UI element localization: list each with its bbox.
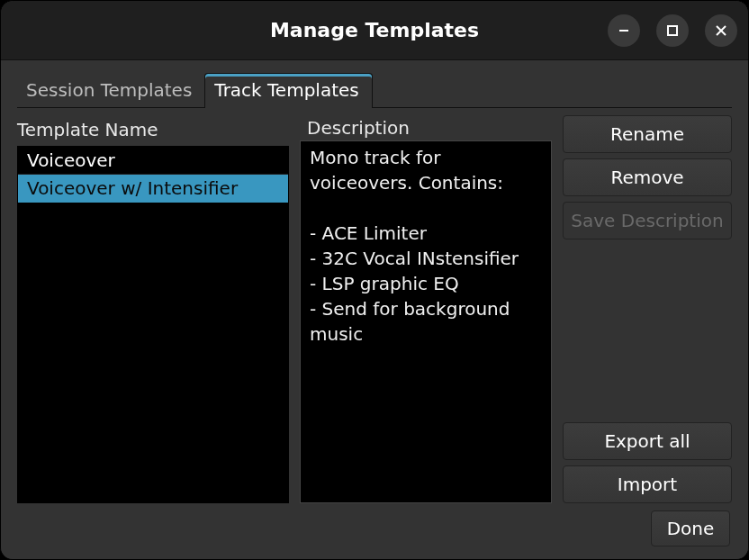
template-name-header: Template Name [17,115,289,146]
import-button[interactable]: Import [563,465,732,503]
maximize-icon [666,24,679,37]
panes: Template Name Voiceover Voiceover w/ Int… [17,108,732,503]
save-description-button: Save Description [563,202,732,239]
template-row-label: Voiceover [27,149,115,171]
titlebar-controls [608,1,737,59]
titlebar: Manage Templates [1,1,748,60]
svg-rect-1 [668,26,677,35]
button-label: Remove [610,167,683,188]
description-label: Description [300,115,552,140]
action-pane: Rename Remove Save Description Export al… [563,115,732,503]
button-label: Rename [610,123,684,145]
template-list-pane: Template Name Voiceover Voiceover w/ Int… [17,115,289,503]
window-title: Manage Templates [270,19,479,41]
description-textarea[interactable]: Mono track for voiceovers. Contains: - A… [300,140,552,503]
tab-label: Session Templates [26,79,192,101]
button-label: Done [667,518,715,539]
top-button-group: Rename Remove Save Description [563,115,732,239]
export-all-button[interactable]: Export all [563,422,732,460]
tab-track-templates[interactable]: Track Templates [204,73,372,108]
close-icon [715,24,727,37]
tab-label: Track Templates [214,79,358,101]
rename-button[interactable]: Rename [563,115,732,153]
button-label: Import [618,474,677,495]
description-pane: Description Mono track for voiceovers. C… [300,115,552,503]
template-row[interactable]: Voiceover [18,147,288,175]
button-label: Export all [604,430,690,452]
minimize-icon [618,24,630,37]
template-row[interactable]: Voiceover w/ Intensifier [18,175,288,203]
template-list[interactable]: Voiceover Voiceover w/ Intensifier [17,146,289,503]
dialog-footer: Done [17,503,732,546]
bottom-button-group: Export all Import [563,422,732,503]
button-label: Save Description [571,210,723,231]
done-button[interactable]: Done [651,510,730,546]
tab-bar: Session Templates Track Templates [17,73,732,108]
template-row-label: Voiceover w/ Intensifier [27,177,238,199]
maximize-button[interactable] [656,14,689,47]
content-area: Session Templates Track Templates Templa… [1,60,748,559]
close-button[interactable] [705,14,737,47]
remove-button[interactable]: Remove [563,158,732,196]
tab-session-templates[interactable]: Session Templates [17,74,204,108]
minimize-button[interactable] [608,14,640,47]
manage-templates-window: Manage Templates Sessi [0,0,749,560]
